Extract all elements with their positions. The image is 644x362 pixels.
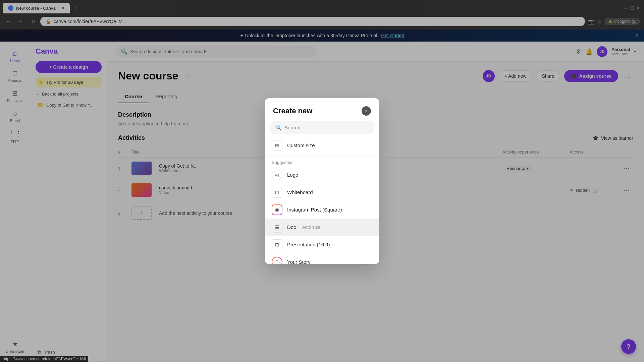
modal-search-input[interactable] (284, 125, 369, 130)
presentation-icon: ⊟ (272, 239, 282, 250)
modal-close-button[interactable]: × (362, 106, 371, 116)
instagram-post-label: Instagram Post (Square) (287, 207, 342, 213)
instagram-post-icon: ◉ (272, 204, 282, 215)
modal-section-suggested: Suggested (265, 157, 379, 166)
doc-label: Doc (287, 224, 296, 230)
modal-list: ⊞ Custom size Suggested ◎ Logo ⊡ Whitebo… (265, 137, 379, 264)
whiteboard-label: Whiteboard (287, 189, 313, 195)
whiteboard-icon: ⊡ (272, 187, 282, 198)
doc-sub-label: Auto size (302, 225, 320, 230)
custom-size-icon: ⊞ (272, 140, 282, 151)
presentation-label: Presentation (16:9) (287, 242, 330, 247)
custom-size-label: Custom size (287, 142, 315, 148)
modal-item-custom-size[interactable]: ⊞ Custom size (265, 137, 379, 154)
modal-item-instagram-post[interactable]: ◉ Instagram Post (Square) (265, 201, 379, 219)
modal-divider (265, 156, 379, 156)
logo-label: Logo (287, 172, 298, 178)
modal-item-presentation[interactable]: ⊟ Presentation (16:9) (265, 236, 379, 253)
your-story-icon: ◯ (272, 257, 282, 264)
modal-item-doc[interactable]: ☰ Doc Auto size (265, 219, 379, 236)
modal-item-whiteboard[interactable]: ⊡ Whiteboard (265, 184, 379, 201)
doc-icon: ☰ (272, 222, 282, 233)
create-new-modal: Create new × 🔍 ⊞ Custom size Suggested ◎… (265, 98, 379, 264)
modal-item-your-story[interactable]: ◯ Your Story (265, 253, 379, 264)
modal-item-logo[interactable]: ◎ Logo (265, 166, 379, 184)
modal-title: Create new (273, 107, 312, 115)
logo-icon: ◎ (272, 170, 282, 180)
modal-overlay[interactable]: Create new × 🔍 ⊞ Custom size Suggested ◎… (0, 0, 644, 362)
modal-search-bar[interactable]: 🔍 (270, 121, 374, 134)
your-story-label: Your Story (287, 259, 311, 264)
modal-header: Create new × (265, 98, 379, 121)
modal-search-icon: 🔍 (275, 124, 282, 131)
